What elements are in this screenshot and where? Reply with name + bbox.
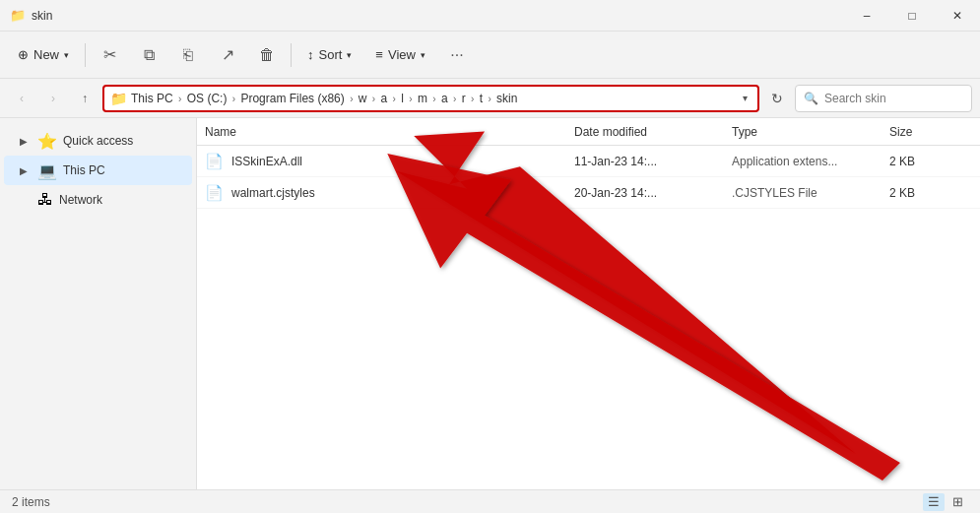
- path-m: m: [418, 92, 427, 105]
- file-list: Name Date modified Type Size 📄 ISSkinExA…: [197, 118, 980, 489]
- address-folder-icon: 📁: [110, 91, 127, 106]
- delete-button[interactable]: 🗑: [249, 38, 285, 72]
- path-l: l: [401, 92, 404, 105]
- sort-button[interactable]: ↕ Sort ▾: [297, 38, 361, 72]
- copy-button[interactable]: ⧉: [131, 38, 166, 72]
- path-t: t: [480, 92, 483, 105]
- view-label: View: [388, 47, 416, 62]
- minimize-button[interactable]: –: [844, 0, 889, 32]
- toolbar: ⊕ New ▾ ✂ ⧉ ⎗ ↗ 🗑 ↕ Sort ▾ ≡ View ▾ ···: [0, 32, 980, 79]
- address-bar[interactable]: 📁 This PC › OS (C:) › Program Files (x86…: [102, 85, 759, 112]
- view-toggle: ☰ ⊞: [923, 493, 968, 511]
- col-header-type[interactable]: Type: [724, 118, 882, 145]
- new-icon: ⊕: [18, 47, 29, 62]
- status-item-count: 2 items: [12, 495, 50, 509]
- path-this-pc: This PC: [131, 92, 173, 105]
- close-button[interactable]: ✕: [935, 0, 980, 32]
- sidebar-item-this-pc[interactable]: ▶ 💻 This PC: [4, 156, 192, 185]
- file-date-cell-2: 20-Jan-23 14:...: [566, 177, 724, 208]
- refresh-button[interactable]: ↻: [763, 85, 791, 112]
- forward-button[interactable]: ›: [39, 85, 67, 112]
- main-content: ▶ ⭐ Quick access ▶ 💻 This PC 🖧 Network N…: [0, 118, 980, 489]
- quick-access-icon: ⭐: [37, 132, 57, 151]
- this-pc-label: This PC: [63, 163, 105, 177]
- view-list-button[interactable]: ☰: [923, 493, 945, 511]
- file-type-cell-2: .CJSTYLES File: [724, 177, 882, 208]
- file-name-cell: 📄 ISSkinExA.dll: [197, 146, 566, 176]
- path-os-c: OS (C:): [187, 92, 228, 105]
- up-button[interactable]: ↑: [71, 85, 98, 112]
- address-dropdown-icon[interactable]: ▾: [738, 87, 751, 110]
- toolbar-separator-1: [85, 43, 86, 67]
- quick-access-label: Quick access: [63, 134, 133, 148]
- file-name-cell-2: 📄 walmart.cjstyles: [197, 177, 566, 208]
- file-icon-1: 📄: [205, 153, 224, 170]
- address-area: ‹ › ↑ 📁 This PC › OS (C:) › Program File…: [0, 79, 980, 118]
- path-skin: skin: [496, 92, 517, 105]
- search-input[interactable]: [824, 92, 972, 105]
- file-icon-2: 📄: [205, 184, 224, 202]
- file-list-header: Name Date modified Type Size: [197, 118, 980, 146]
- path-a1: a: [381, 92, 388, 105]
- address-path: This PC › OS (C:) › Program Files (x86) …: [131, 92, 734, 105]
- toolbar-separator-2: [291, 43, 292, 67]
- new-chevron-icon: ▾: [64, 50, 69, 60]
- sidebar-item-quick-access[interactable]: ▶ ⭐ Quick access: [4, 126, 192, 156]
- col-header-name[interactable]: Name: [197, 118, 566, 145]
- file-size-cell-2: 2 KB: [882, 177, 980, 208]
- title-bar-icon: 📁: [10, 8, 26, 24]
- this-pc-expander-icon: ▶: [16, 162, 32, 178]
- col-header-date[interactable]: Date modified: [566, 118, 724, 145]
- new-button[interactable]: ⊕ New ▾: [8, 38, 79, 72]
- path-program-files: Program Files (x86): [240, 92, 344, 105]
- file-date-cell-1: 11-Jan-23 14:...: [566, 146, 724, 176]
- network-expander-icon: [16, 192, 32, 208]
- search-box[interactable]: 🔍: [795, 85, 972, 112]
- status-bar: 2 items ☰ ⊞: [0, 489, 980, 513]
- view-button[interactable]: ≡ View ▾: [365, 38, 435, 72]
- view-icon: ≡: [375, 47, 383, 62]
- title-bar-title: skin: [32, 9, 52, 23]
- share-button[interactable]: ↗: [210, 38, 245, 72]
- file-size-cell-1: 2 KB: [882, 146, 980, 176]
- cut-button[interactable]: ✂: [92, 38, 127, 72]
- path-a2: a: [441, 92, 448, 105]
- network-label: Network: [59, 193, 102, 207]
- more-button[interactable]: ···: [439, 38, 475, 72]
- sort-label: Sort: [319, 47, 343, 62]
- path-r: r: [462, 92, 466, 105]
- paste-button[interactable]: ⎗: [170, 38, 206, 72]
- sidebar: ▶ ⭐ Quick access ▶ 💻 This PC 🖧 Network: [0, 118, 197, 489]
- path-w: w: [359, 92, 367, 105]
- quick-access-expander-icon: ▶: [16, 133, 32, 149]
- col-header-size[interactable]: Size: [882, 118, 980, 145]
- view-detail-button[interactable]: ⊞: [947, 493, 968, 511]
- back-button[interactable]: ‹: [8, 85, 35, 112]
- maximize-button[interactable]: □: [889, 0, 935, 32]
- file-name-2: walmart.cjstyles: [231, 186, 315, 200]
- table-row[interactable]: 📄 walmart.cjstyles 20-Jan-23 14:... .CJS…: [197, 177, 980, 209]
- sidebar-item-network[interactable]: 🖧 Network: [4, 185, 192, 215]
- new-label: New: [33, 47, 59, 62]
- network-icon: 🖧: [37, 191, 53, 209]
- this-pc-icon: 💻: [37, 161, 57, 180]
- file-name-1: ISSkinExA.dll: [231, 155, 302, 168]
- sort-icon: ↕: [307, 47, 314, 62]
- title-bar: 📁 skin – □ ✕: [0, 0, 980, 32]
- view-chevron-icon: ▾: [421, 50, 425, 60]
- table-row[interactable]: 📄 ISSkinExA.dll 11-Jan-23 14:... Applica…: [197, 146, 980, 177]
- sort-chevron-icon: ▾: [347, 50, 352, 60]
- file-type-cell-1: Application extens...: [724, 146, 882, 176]
- search-icon: 🔍: [804, 92, 818, 105]
